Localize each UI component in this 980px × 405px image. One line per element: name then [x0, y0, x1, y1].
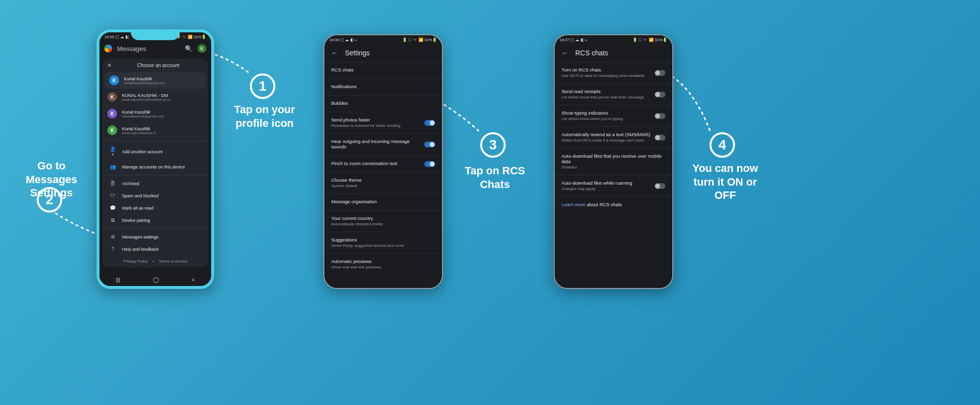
- app-bar: Messages 🔍 K: [99, 41, 211, 56]
- nav-recent-icon[interactable]: |||: [116, 277, 120, 283]
- setting-row[interactable]: Message organisation: [324, 193, 442, 210]
- help-feedback-row[interactable]: ? Help and feedback: [102, 243, 208, 255]
- close-icon[interactable]: ✕: [107, 63, 113, 68]
- app-title: Messages: [117, 45, 146, 52]
- setting-subtitle: Show only web link previews: [331, 265, 435, 270]
- setting-row[interactable]: Send photos faster Resolution is reduced…: [324, 112, 442, 133]
- setting-subtitle: Switch from RCS chats if a message can't…: [562, 138, 655, 143]
- google-logo-icon: [104, 45, 112, 52]
- step-4-circle: 4: [710, 132, 735, 158]
- messages-settings-row[interactable]: ⚙ Messages settings: [102, 231, 208, 243]
- phone-rcs-chats: 18:37 ▢ ☁ ◧ • 🔋 ⬚ ᯤ 📶 31%🔋 ← RCS chats T…: [554, 34, 673, 289]
- mark-all-read-row[interactable]: 💬 Mark all as read: [102, 202, 208, 214]
- back-icon[interactable]: ←: [331, 49, 338, 57]
- setting-subtitle: Disabled: [562, 165, 665, 170]
- nav-home-icon[interactable]: ◯: [153, 277, 159, 283]
- setting-row[interactable]: Pinch to zoom conversation text: [324, 155, 442, 172]
- account-email: tokunalkaushik@gmail.com: [122, 115, 164, 118]
- setting-row[interactable]: Hear outgoing and incoming message sound…: [324, 133, 442, 155]
- add-person-icon: 👤+: [109, 146, 116, 157]
- setting-title: Auto-download files while roaming: [562, 180, 655, 186]
- account-row[interactable]: K Kunal Kaushik kunal.k@contactora.in: [102, 122, 208, 139]
- profile-avatar[interactable]: K: [197, 44, 206, 53]
- setting-row[interactable]: Show typing indicators Let others know w…: [555, 105, 672, 126]
- account-row[interactable]: K Kunal Kaushik kunalkaushik9@gmail.com: [104, 72, 206, 89]
- setting-row[interactable]: Suggestions Smart Reply, suggested actio…: [324, 232, 442, 253]
- account-row[interactable]: K KUNAL KAUSHIK - DM kunal.kaushik19@bim…: [102, 89, 208, 105]
- account-row[interactable]: K Kunal Kaushik tokunalkaushik@gmail.com: [102, 105, 208, 122]
- shield-icon: 🛡: [109, 193, 116, 198]
- toggle-switch[interactable]: [655, 135, 665, 141]
- setting-subtitle: Automatically detected (India): [331, 222, 435, 227]
- devices-icon: 🖥: [109, 217, 116, 223]
- toggle-switch[interactable]: [655, 113, 665, 119]
- toggle-switch[interactable]: [655, 183, 665, 189]
- setting-title: RCS chats: [331, 67, 435, 72]
- setting-title: Automatically resend as a text (SMS/MMS): [562, 132, 655, 137]
- step-1-label: Tap on yourprofile icon: [230, 103, 299, 130]
- nav-bar: ||| ◯ <: [99, 273, 211, 286]
- setting-row[interactable]: Bubbles: [324, 95, 442, 112]
- toggle-switch[interactable]: [655, 92, 665, 97]
- search-icon[interactable]: 🔍: [185, 45, 193, 52]
- toggle-switch[interactable]: [655, 70, 665, 76]
- manage-icon: 👥: [109, 164, 116, 169]
- setting-title: Choose theme: [331, 177, 435, 183]
- setting-subtitle: Resolution is reduced for faster sending: [331, 123, 424, 128]
- status-bar: 18:37 ▢ ☁ ◧ • 🔋 ⬚ ᯤ 📶 31%🔋: [555, 35, 672, 44]
- step-2-label: Go toMessages Settings: [10, 159, 93, 200]
- account-avatar: K: [107, 92, 117, 102]
- step-1-circle: 1: [250, 73, 275, 99]
- setting-row[interactable]: Choose theme System default: [324, 172, 442, 193]
- toggle-switch[interactable]: [424, 120, 435, 126]
- toggle-switch[interactable]: [424, 161, 435, 167]
- settings-header: ← Settings: [324, 44, 442, 62]
- chat-icon: 💬: [109, 205, 116, 211]
- setting-row[interactable]: Automatically resend as a text (SMS/MMS)…: [555, 126, 672, 148]
- setting-title: Bubbles: [331, 100, 435, 106]
- account-avatar: K: [107, 125, 117, 135]
- account-email: kunal.k@contactora.in: [122, 131, 156, 135]
- setting-row[interactable]: Turn on RCS chats Use Wi-Fi or data for …: [555, 62, 672, 83]
- account-name: Kunal Kaushik: [122, 110, 164, 115]
- account-avatar: K: [107, 109, 117, 119]
- setting-title: Send photos faster: [331, 117, 424, 122]
- archived-row[interactable]: 🗄 Archived: [102, 177, 208, 190]
- setting-row[interactable]: Auto-download files while roaming Charge…: [555, 175, 672, 196]
- setting-title: Suggestions: [331, 237, 435, 242]
- setting-row[interactable]: RCS chats: [324, 62, 442, 78]
- setting-row[interactable]: Automatic previews Show only web link pr…: [324, 253, 442, 275]
- setting-row[interactable]: Auto-download files that you receive ove…: [555, 148, 672, 175]
- help-icon: ?: [109, 246, 116, 252]
- setting-subtitle: System default: [331, 184, 435, 189]
- footer-links: Privacy Policy • Terms of service: [102, 255, 208, 267]
- setting-title: Turn on RCS chats: [562, 67, 655, 72]
- toggle-switch[interactable]: [424, 142, 435, 147]
- gear-icon: ⚙: [109, 234, 116, 239]
- spam-blocked-row[interactable]: 🛡 Spam and blocked: [102, 190, 208, 202]
- account-email: kunalkaushik9@gmail.com: [124, 81, 165, 85]
- setting-row[interactable]: Your current country Automatically detec…: [324, 210, 442, 232]
- setting-title: Auto-download files that you receive ove…: [562, 153, 665, 164]
- manage-accounts-row[interactable]: 👥 Manage accounts on this device: [102, 161, 208, 173]
- setting-title: Hear outgoing and incoming message sound…: [331, 139, 424, 149]
- setting-row[interactable]: Send read receipts Let others know that …: [555, 83, 672, 105]
- privacy-link[interactable]: Privacy Policy: [123, 259, 148, 263]
- account-avatar: K: [109, 75, 119, 85]
- nav-back-icon[interactable]: <: [192, 277, 195, 283]
- add-account-row[interactable]: 👤+ Add another account: [102, 143, 208, 161]
- account-email: kunal.kaushik19@bimtech.ac.in: [122, 98, 171, 101]
- setting-subtitle: Let others know that you've read their m…: [562, 95, 655, 100]
- terms-link[interactable]: Terms of service: [159, 259, 187, 263]
- setting-row[interactable]: Notifications: [324, 78, 442, 95]
- account-name: KUNAL KAUSHIK - DM: [122, 93, 171, 98]
- device-pairing-row[interactable]: 🖥 Device pairing: [102, 214, 208, 226]
- setting-row[interactable]: Learn more about RCS chats: [555, 196, 672, 213]
- back-icon[interactable]: ←: [562, 49, 568, 57]
- setting-subtitle: Charges may apply: [562, 187, 655, 191]
- setting-subtitle: Use Wi-Fi or data for messaging when ava…: [562, 73, 655, 78]
- account-sheet: ✕ Choose an account K Kunal Kaushik kuna…: [102, 59, 208, 267]
- setting-title: Learn more about RCS chats: [562, 202, 665, 207]
- setting-title: Notifications: [331, 84, 435, 89]
- setting-subtitle: Smart Reply, suggested actions and more: [331, 243, 435, 248]
